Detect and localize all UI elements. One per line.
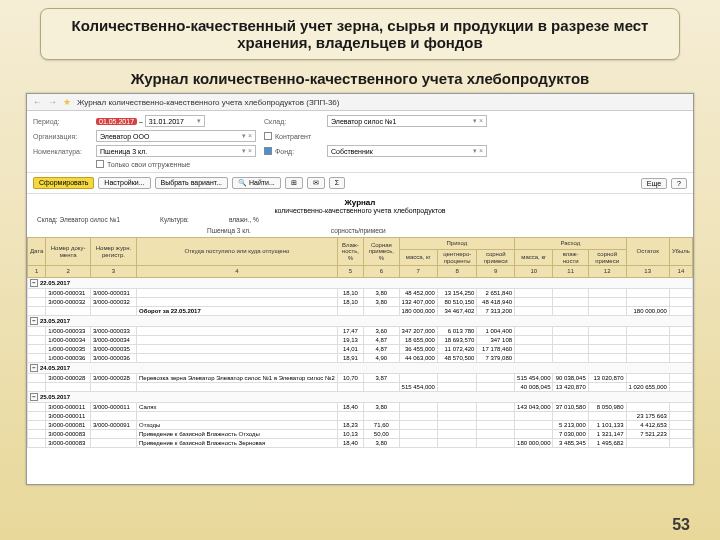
report-header: Журнал количественно-качественного учета… [27,194,693,215]
org-label: Организация: [33,133,88,140]
period-label: Период: [33,118,88,125]
table-row: 1/000-0000353/000-00003514,014,8736 455,… [28,345,693,354]
only-shipped-checkbox[interactable]: Только свои отгруженные [96,160,256,168]
kontragent-checkbox[interactable]: Контрагент [264,132,319,140]
mail-icon[interactable]: ✉ [307,177,325,189]
table-row: 3/000-00001123 175 663 [28,412,693,421]
fond-input[interactable]: Собственник▾ × [327,145,487,157]
nomen-label: Номенклатура: [33,148,88,155]
table-row: 3/000-0000313/000-00003118,103,8048 452,… [28,289,693,298]
table-row: 1/000-0000363/000-00003618,914,9044 063,… [28,354,693,363]
more-button[interactable]: Еще [641,178,667,189]
table-row: 3/000-0000813/000-000091Отходы18,2371,60… [28,421,693,430]
table-row: Оборот за 22.05.2017180 000,00034 467,40… [28,307,693,316]
sklad-label: Склад: [264,118,319,125]
org-input[interactable]: Элеватор ООО▾ × [96,130,256,142]
nomen-input[interactable]: Пшеница 3 кл.▾ × [96,145,256,157]
slide-subtitle: Журнал количественно-качественного учета… [0,70,720,87]
find-button[interactable]: 🔍 Найти... [232,177,281,189]
table-row: 1/000-0000333/000-00003317,473,60347 207… [28,327,693,336]
period-from-input[interactable]: 01.05.2017 [96,118,137,125]
table-row: 1/000-0000343/000-00003419,134,8718 655,… [28,336,693,345]
table-row: −24.05.2017 [28,363,693,374]
nav-back-icon[interactable]: ← [33,97,42,107]
table-row: 515 454,00040 008,04513 420,8701 020 655… [28,383,693,392]
table-body: −22.05.20173/000-0000313/000-00003118,10… [28,278,693,448]
period-to-input[interactable]: 31.01.2017▾ [145,115,205,127]
variant-button[interactable]: Выбрать вариант... [155,177,229,189]
help-button[interactable]: ? [671,178,687,189]
table-row: −25.05.2017 [28,392,693,403]
chart-icon[interactable]: Σ [329,177,345,189]
period-inputs: 01.05.2017 – 31.01.2017▾ [96,115,256,127]
table-row: 3/000-0000323/000-00003218,103,80132 407… [28,298,693,307]
fond-checkbox[interactable]: Фонд: [264,147,319,155]
table-row: 3/000-000083Приведение к базисной Влажно… [28,430,693,439]
slide-title: Количественно-качественный учет зерна, с… [40,8,680,60]
report-meta: Склад: Элеватор силос №1 Культура: влажн… [27,215,693,226]
nav-fwd-icon[interactable]: → [48,97,57,107]
table-header: Дата Номер доку-мента Номер журн. регист… [28,238,693,278]
app-screenshot: ← → ★ Журнал количественно-качественного… [26,93,694,485]
settings-button[interactable]: Настройки... [98,177,150,189]
form-button[interactable]: Сформировать [33,177,94,189]
table-row: 3/000-0000113/000-000011Салях18,403,8014… [28,403,693,412]
table-row: 3/000-000083Приведение к базисной Влажно… [28,439,693,448]
sklad-input[interactable]: Элеватор силос №1▾ × [327,115,487,127]
table-row: 3/000-0000283/000-000028Перевозка зерна … [28,374,693,383]
report-meta2: Пшеница 3 кл. сорность/примеси [27,226,693,237]
report-title-text: Журнал [27,198,693,207]
report-table: Дата Номер доку-мента Номер журн. регист… [27,237,693,448]
report-subtitle-text: количественно-качественного учета хлебоп… [27,207,693,214]
table-row: −22.05.2017 [28,278,693,289]
page-number: 53 [672,516,690,534]
document-title: Журнал количественно-качественного учета… [77,98,339,107]
slide-title-text: Количественно-качественный учет зерна, с… [72,17,649,51]
favorite-icon[interactable]: ★ [63,97,71,107]
table-row: −23.05.2017 [28,316,693,327]
action-toolbar: Сформировать Настройки... Выбрать вариан… [27,173,693,194]
table-icon[interactable]: ⊞ [285,177,303,189]
window-toolbar: ← → ★ Журнал количественно-качественного… [27,94,693,111]
filter-panel: Период: 01.05.2017 – 31.01.2017▾ Склад: … [27,111,693,173]
